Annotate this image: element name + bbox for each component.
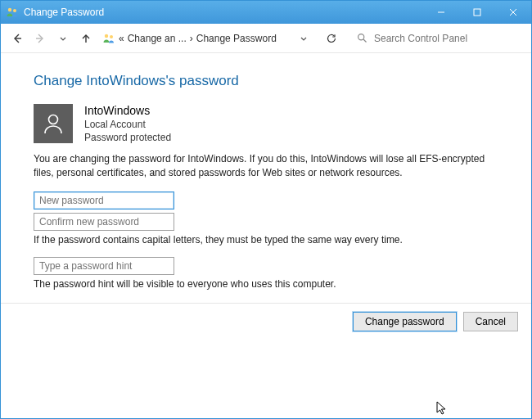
svg-line-12 — [363, 39, 367, 43]
svg-point-0 — [8, 8, 11, 11]
user-info: IntoWindows Local Account Password prote… — [84, 104, 171, 144]
user-block: IntoWindows Local Account Password prote… — [34, 104, 498, 144]
search-input[interactable] — [372, 32, 524, 45]
user-accounts-icon — [6, 6, 19, 19]
breadcrumb-level-2[interactable]: Change Password — [196, 33, 277, 44]
footer-space — [1, 340, 531, 413]
svg-point-13 — [49, 115, 58, 124]
breadcrumb-dropdown[interactable] — [297, 34, 310, 43]
cancel-button[interactable]: Cancel — [463, 312, 518, 331]
window-title: Change Password — [24, 7, 423, 18]
svg-point-10 — [110, 35, 113, 38]
nav-forward-button[interactable] — [30, 29, 50, 48]
breadcrumb-sep-icon: « — [119, 33, 124, 44]
search-box[interactable] — [353, 29, 525, 48]
minimize-button[interactable] — [423, 1, 459, 24]
password-hint-input[interactable] — [34, 257, 174, 275]
breadcrumb-level-1[interactable]: Change an ... — [128, 33, 187, 44]
hint-note: The password hint will be visible to eve… — [34, 278, 498, 290]
new-password-input[interactable] — [34, 191, 174, 210]
titlebar: Change Password — [1, 1, 531, 24]
page-heading: Change IntoWindows's password — [34, 73, 498, 89]
svg-point-1 — [13, 9, 16, 12]
window: Change Password — [0, 0, 532, 419]
chevron-right-icon: › — [190, 33, 193, 44]
recent-locations-button[interactable] — [53, 29, 73, 48]
change-password-button[interactable]: Change password — [353, 312, 457, 331]
user-account-type: Local Account — [84, 118, 171, 131]
warning-text: You are changing the password for IntoWi… — [34, 152, 498, 180]
caps-note: If the password contains capital letters… — [34, 234, 498, 246]
maximize-button[interactable] — [459, 1, 495, 24]
svg-point-9 — [105, 34, 108, 37]
content-area: Change IntoWindows's password IntoWindow… — [1, 53, 531, 418]
nav-back-button[interactable] — [7, 29, 27, 48]
svg-point-11 — [358, 34, 364, 40]
avatar — [34, 104, 73, 143]
refresh-button[interactable] — [322, 29, 341, 48]
confirm-password-input[interactable] — [34, 213, 174, 231]
breadcrumb[interactable]: « Change an ... › Change Password — [102, 32, 313, 45]
navbar: « Change an ... › Change Password — [1, 24, 531, 53]
button-bar: Change password Cancel — [1, 303, 531, 340]
user-name: IntoWindows — [84, 104, 171, 117]
svg-rect-3 — [474, 9, 480, 16]
user-password-status: Password protected — [84, 131, 171, 144]
user-accounts-icon — [102, 32, 115, 45]
search-icon — [357, 33, 367, 43]
nav-up-button[interactable] — [76, 29, 96, 48]
close-button[interactable] — [495, 1, 531, 24]
